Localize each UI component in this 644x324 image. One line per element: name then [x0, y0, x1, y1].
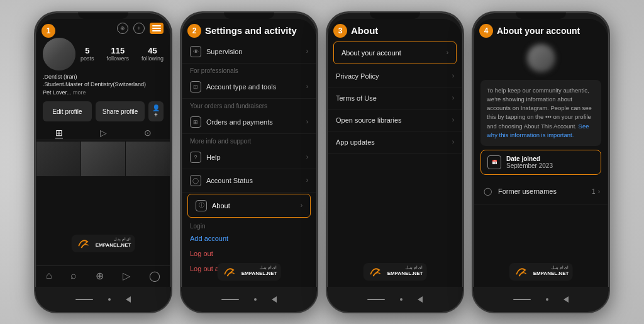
photo-grid — [36, 140, 170, 176]
step-badge-3: 3 — [333, 24, 347, 38]
bio-section: .Dentist (Iran) .Student.Master of Denti… — [36, 70, 170, 99]
phone-1-content: ⊕ + 5 posts 115 follow — [36, 19, 170, 287]
menu-button[interactable] — [150, 23, 164, 34]
menu-item-account-status[interactable]: ◯ Account Status › — [182, 169, 316, 193]
nav-back-tri-3 — [418, 296, 423, 303]
nav-home-3 — [400, 298, 402, 301]
profile-buttons: Edit profile Share profile 👤+ — [36, 99, 170, 124]
tab-tagged[interactable]: ⊙ — [144, 128, 152, 138]
profile-row: 5 posts 115 followers 45 following — [36, 38, 170, 70]
blurred-avatar — [527, 44, 555, 72]
about-header: ← About — [328, 19, 462, 40]
nav-back-line — [75, 299, 93, 300]
step-badge-1: 1 — [42, 24, 55, 38]
add-account-link[interactable]: Add account — [182, 231, 316, 246]
nav-search-icon[interactable]: ⌕ — [70, 270, 77, 281]
menu-item-about-your-account[interactable]: About your account › — [333, 42, 457, 64]
section-orders: Your orders and fundraisers — [182, 99, 316, 111]
section-more-info: More info and support — [182, 134, 316, 146]
chevron-orders: › — [306, 118, 308, 125]
stat-followers: 115 followers — [107, 46, 130, 62]
grid-cell-1 — [36, 142, 80, 176]
log-out-link[interactable]: Log out — [182, 246, 316, 261]
menu-item-help[interactable]: ? Help › — [182, 146, 316, 169]
avatar — [43, 38, 75, 70]
watermark-2: ای ام پنـل EMPANEL.NET — [218, 263, 281, 281]
step-badge-2: 2 — [187, 24, 201, 38]
info-box: To help keep our community authentic, we… — [480, 80, 601, 147]
login-section-label: Login — [182, 219, 316, 231]
phone-1-topbar: ⊕ + — [36, 19, 170, 38]
chevron-supervision: › — [306, 48, 308, 55]
phone-4-content: ← About your account To help keep our co… — [474, 19, 608, 287]
tab-reels[interactable]: ▷ — [100, 128, 107, 138]
nav-home-4 — [546, 298, 548, 301]
nav-home-2 — [254, 298, 257, 301]
phone-3-bottom — [327, 287, 463, 312]
about-icon: ⓘ — [196, 200, 207, 211]
grid-cell-3 — [126, 142, 170, 176]
phone-1: 1 ⊕ + 5 posts — [34, 11, 172, 313]
account-type-icon: ⊡ — [190, 81, 201, 92]
menu-item-former-usernames[interactable]: ◯ Former usernames 1 › — [474, 179, 608, 204]
nav-back-3 — [367, 299, 385, 300]
nav-back-tri-2 — [272, 296, 277, 303]
add-friend-button[interactable]: 👤+ — [148, 101, 164, 121]
menu-item-open-source[interactable]: Open source libraries › — [328, 109, 462, 131]
menu-item-privacy-policy[interactable]: Privacy Policy › — [328, 65, 462, 87]
nav-add-icon[interactable]: ⊕ — [96, 270, 104, 282]
bio-more-link[interactable]: more — [73, 89, 86, 96]
threads-icon: ⊕ — [117, 23, 128, 34]
phone-4-bottom — [473, 287, 609, 312]
edit-profile-button[interactable]: Edit profile — [43, 101, 92, 121]
phone-2-bottom — [181, 287, 317, 312]
nav-reels-icon[interactable]: ▷ — [123, 270, 130, 282]
menu-item-orders[interactable]: ⊞ Orders and payments › — [182, 111, 316, 134]
grid-cell-2 — [81, 142, 125, 176]
menu-item-account-type[interactable]: ⊡ Account type and tools › — [182, 75, 316, 99]
account-status-icon: ◯ — [190, 175, 201, 186]
watermark-3: ای ام پنـل EMPANEL.NET — [364, 263, 427, 281]
tab-grid[interactable]: ⊞ — [55, 128, 63, 138]
person-icon: ◯ — [482, 186, 493, 197]
phone-1-bottom — [35, 287, 171, 312]
menu-item-terms[interactable]: Terms of Use › — [328, 87, 462, 109]
nav-home-dot — [108, 298, 111, 301]
stats-row: 5 posts 115 followers 45 following — [80, 43, 164, 64]
step-badge-4: 4 — [479, 24, 493, 38]
orders-icon: ⊞ — [190, 116, 201, 128]
chevron-app-updates: › — [452, 138, 454, 145]
add-icon[interactable]: + — [133, 23, 145, 34]
nav-back-4 — [513, 299, 531, 300]
chevron-terms: › — [452, 94, 454, 101]
chevron-help: › — [306, 154, 308, 160]
chevron-former-usernames: › — [598, 188, 600, 195]
nav-back-tri-4 — [564, 296, 569, 303]
share-profile-button[interactable]: Share profile — [96, 101, 145, 121]
chevron-privacy: › — [452, 72, 454, 79]
profile-tabs: ⊞ ▷ ⊙ — [36, 124, 170, 140]
date-joined-box: 📅 Date joined September 2023 — [480, 150, 601, 175]
watermark-4: ای ام پنـل EMPANEL.NET — [509, 263, 573, 281]
phone-3-screen: 3 ← About About your account › Privacy P… — [328, 19, 462, 287]
watermark-1: ای ام پنـل EMPANEL.NET — [72, 235, 135, 252]
supervision-icon: 👁 — [190, 46, 201, 57]
chevron-about: › — [301, 202, 303, 209]
stat-posts: 5 posts — [80, 46, 94, 62]
help-icon: ? — [190, 152, 201, 163]
menu-item-supervision[interactable]: 👁 Supervision › — [182, 40, 316, 64]
menu-item-app-updates[interactable]: App updates › — [328, 131, 462, 154]
bottom-nav-1: ⌂ ⌕ ⊕ ▷ ◯ — [36, 265, 170, 286]
phone-3-content: ← About About your account › Privacy Pol… — [328, 19, 462, 287]
nav-home-icon[interactable]: ⌂ — [46, 270, 52, 281]
phone-2-screen: 2 ← Settings and activity 👁 Supervision … — [182, 19, 316, 287]
chevron-about-your-account: › — [447, 49, 448, 56]
nav-profile-icon[interactable]: ◯ — [149, 270, 160, 282]
phone-4-screen: 4 ← About your account To help keep our … — [474, 19, 608, 287]
calendar-icon: 📅 — [487, 155, 501, 169]
section-for-professionals: For professionals — [182, 64, 316, 75]
phone-4: 4 ← About your account To help keep our … — [472, 11, 610, 313]
chevron-account-type: › — [306, 83, 308, 90]
stat-following: 45 following — [142, 46, 164, 62]
menu-item-about[interactable]: ⓘ About › — [187, 194, 311, 218]
